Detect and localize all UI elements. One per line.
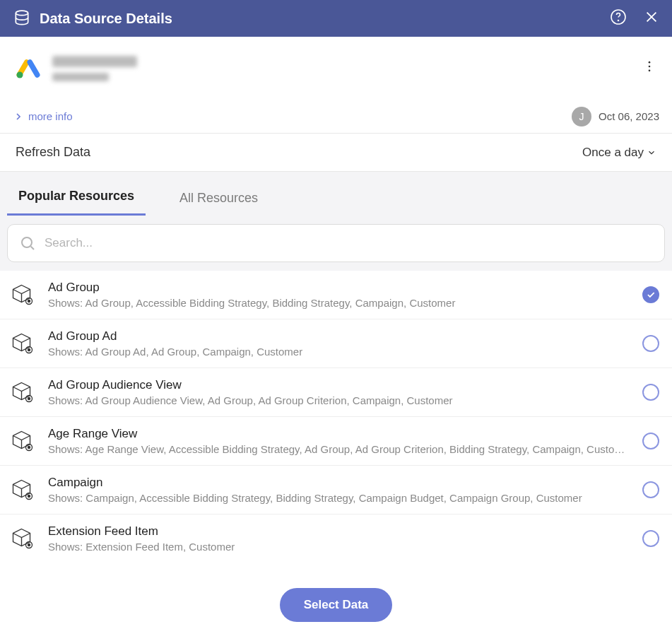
tabs-area: Popular Resources All Resources bbox=[0, 172, 672, 271]
source-row bbox=[0, 37, 672, 100]
select-radio[interactable] bbox=[642, 286, 659, 303]
search-input[interactable] bbox=[45, 236, 653, 250]
title-text: Data Source Details bbox=[40, 11, 610, 27]
meta-date: Oct 06, 2023 bbox=[599, 110, 659, 122]
avatar[interactable]: J bbox=[572, 107, 591, 127]
cube-view-icon bbox=[10, 526, 35, 551]
resource-list: Ad Group Shows: Ad Group, Accessible Bid… bbox=[0, 271, 672, 563]
more-info-label: more info bbox=[28, 110, 73, 122]
refresh-row: Refresh Data Once a day bbox=[0, 134, 672, 172]
refresh-frequency-dropdown[interactable]: Once a day bbox=[582, 146, 656, 160]
svg-point-0 bbox=[16, 11, 28, 16]
select-radio[interactable] bbox=[642, 335, 659, 352]
cube-view-icon bbox=[10, 477, 35, 502]
svg-point-11 bbox=[28, 349, 30, 351]
tabs: Popular Resources All Resources bbox=[0, 177, 672, 216]
more-info-toggle[interactable]: more info bbox=[13, 110, 73, 122]
list-item[interactable]: Extension Feed Item Shows: Extension Fee… bbox=[0, 515, 672, 563]
resource-name: Ad Group Ad bbox=[48, 329, 630, 343]
select-data-button[interactable]: Select Data bbox=[280, 588, 393, 622]
search-icon bbox=[19, 235, 36, 252]
select-radio[interactable] bbox=[642, 384, 659, 401]
svg-point-15 bbox=[28, 447, 30, 449]
svg-point-17 bbox=[28, 495, 30, 498]
resource-shows: Shows: Ad Group, Accessible Bidding Stra… bbox=[48, 297, 630, 309]
list-item[interactable]: Ad Group Audience View Shows: Ad Group A… bbox=[0, 368, 672, 417]
resource-name: Age Range View bbox=[48, 427, 630, 441]
resource-name: Extension Feed Item bbox=[48, 524, 630, 539]
resource-shows: Shows: Ad Group Audience View, Ad Group,… bbox=[48, 394, 630, 406]
resource-name: Ad Group bbox=[48, 281, 630, 295]
resource-name: Ad Group Audience View bbox=[48, 378, 630, 392]
list-item[interactable]: Campaign Shows: Campaign, Accessible Bid… bbox=[0, 466, 672, 515]
cube-view-icon bbox=[10, 282, 35, 307]
tab-popular-resources[interactable]: Popular Resources bbox=[7, 179, 146, 216]
resource-shows: Shows: Age Range View, Accessible Biddin… bbox=[48, 443, 630, 455]
title-actions bbox=[610, 8, 659, 28]
list-item[interactable]: Age Range View Shows: Age Range View, Ac… bbox=[0, 417, 672, 466]
database-icon bbox=[13, 9, 31, 28]
list-item[interactable]: Ad Group Shows: Ad Group, Accessible Bid… bbox=[0, 271, 672, 319]
cube-view-icon bbox=[10, 428, 35, 454]
cube-view-icon bbox=[10, 331, 35, 356]
list-item[interactable]: Ad Group Ad Shows: Ad Group Ad, Ad Group… bbox=[0, 319, 672, 368]
google-ads-logo-icon bbox=[16, 56, 41, 81]
svg-point-19 bbox=[28, 544, 30, 546]
svg-point-13 bbox=[28, 398, 30, 400]
close-icon[interactable] bbox=[644, 9, 659, 28]
svg-point-3 bbox=[17, 71, 23, 78]
svg-point-7 bbox=[22, 237, 32, 247]
source-subtitle-redacted bbox=[52, 73, 109, 81]
search-bar[interactable] bbox=[7, 224, 665, 262]
source-name-redacted bbox=[52, 56, 137, 67]
svg-point-6 bbox=[649, 70, 651, 72]
tab-all-resources[interactable]: All Resources bbox=[168, 181, 269, 216]
help-icon[interactable] bbox=[610, 8, 627, 28]
source-text bbox=[52, 56, 642, 81]
svg-point-9 bbox=[28, 300, 30, 302]
select-radio[interactable] bbox=[642, 433, 659, 449]
select-radio[interactable] bbox=[642, 530, 659, 547]
kebab-menu-icon[interactable] bbox=[642, 59, 656, 77]
cube-view-icon bbox=[10, 380, 35, 405]
svg-point-2 bbox=[618, 20, 619, 21]
refresh-label: Refresh Data bbox=[16, 145, 582, 160]
refresh-frequency-value: Once a day bbox=[582, 146, 644, 160]
meta-row: more info J Oct 06, 2023 bbox=[0, 100, 672, 134]
select-radio[interactable] bbox=[642, 481, 659, 498]
titlebar: Data Source Details bbox=[0, 0, 672, 37]
resource-shows: Shows: Campaign, Accessible Bidding Stra… bbox=[48, 492, 630, 504]
resource-shows: Shows: Ad Group Ad, Ad Group, Campaign, … bbox=[48, 346, 630, 358]
resource-shows: Shows: Extension Feed Item, Customer bbox=[48, 541, 630, 553]
footer: Select Data bbox=[0, 580, 672, 629]
svg-point-5 bbox=[649, 66, 651, 68]
svg-point-4 bbox=[649, 61, 651, 64]
resource-name: Campaign bbox=[48, 476, 630, 490]
